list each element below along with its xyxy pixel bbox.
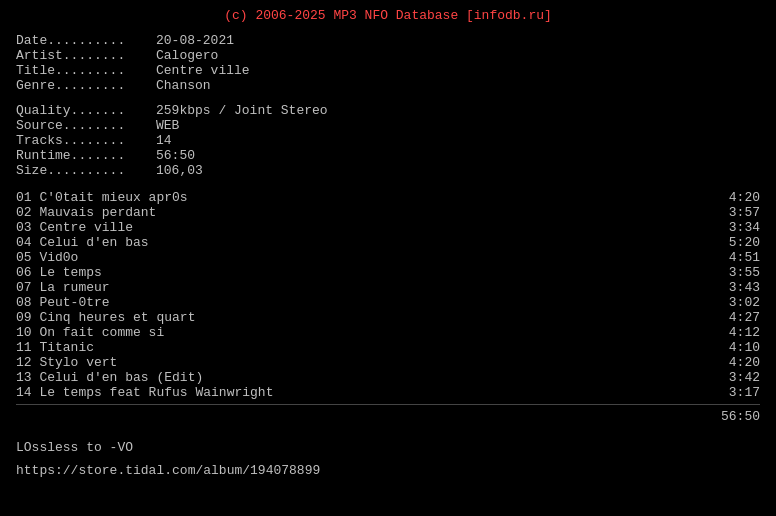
track-duration: 3:55 xyxy=(729,265,760,280)
table-row: 14 Le temps feat Rufus Wainwright3:17 xyxy=(16,385,760,400)
track-title: 12 Stylo vert xyxy=(16,355,117,370)
table-row: 08 Peut-0tre3:02 xyxy=(16,295,760,310)
meta-value: Calogero xyxy=(156,48,218,63)
track-title: 11 Titanic xyxy=(16,340,94,355)
track-title: 07 La rumeur xyxy=(16,280,110,295)
meta-value: Centre ville xyxy=(156,63,250,78)
track-title: 06 Le temps xyxy=(16,265,102,280)
track-title: 13 Celui d'en bas (Edit) xyxy=(16,370,203,385)
meta-value: 20-08-2021 xyxy=(156,33,234,48)
table-row: 10 On fait comme si4:12 xyxy=(16,325,760,340)
track-title: 05 Vid0o xyxy=(16,250,78,265)
track-duration: 4:20 xyxy=(729,190,760,205)
table-row: 06 Le temps3:55 xyxy=(16,265,760,280)
track-title: 08 Peut-0tre xyxy=(16,295,110,310)
track-title: 14 Le temps feat Rufus Wainwright xyxy=(16,385,273,400)
meta-key: Date.......... xyxy=(16,33,156,48)
table-row: 01 C'0tait mieux apr0s4:20 xyxy=(16,190,760,205)
meta-row: Tracks........14 xyxy=(16,133,760,148)
track-duration: 3:43 xyxy=(729,280,760,295)
meta-value: 14 xyxy=(156,133,172,148)
meta-section: Date..........20-08-2021Artist........Ca… xyxy=(16,33,760,178)
table-row: 03 Centre ville3:34 xyxy=(16,220,760,235)
track-duration: 3:34 xyxy=(729,220,760,235)
meta-key: Genre......... xyxy=(16,78,156,93)
track-duration: 3:17 xyxy=(729,385,760,400)
track-duration: 4:12 xyxy=(729,325,760,340)
table-row: 12 Stylo vert4:20 xyxy=(16,355,760,370)
lossless-note: LOssless to -VO xyxy=(16,440,760,455)
total-row: 56:50 xyxy=(16,404,760,424)
table-row: 09 Cinq heures et quart4:27 xyxy=(16,310,760,325)
track-title: 10 On fait comme si xyxy=(16,325,164,340)
table-row: 05 Vid0o4:51 xyxy=(16,250,760,265)
meta-row: Artist........Calogero xyxy=(16,48,760,63)
meta-value: 106,03 xyxy=(156,163,203,178)
table-row: 13 Celui d'en bas (Edit)3:42 xyxy=(16,370,760,385)
meta-row: Source........WEB xyxy=(16,118,760,133)
track-duration: 4:20 xyxy=(729,355,760,370)
table-row: 02 Mauvais perdant3:57 xyxy=(16,205,760,220)
meta-key: Source........ xyxy=(16,118,156,133)
track-title: 09 Cinq heures et quart xyxy=(16,310,195,325)
meta-row: Quality.......259kbps / Joint Stereo xyxy=(16,103,760,118)
meta-value: 259kbps / Joint Stereo xyxy=(156,103,328,118)
meta-row: Date..........20-08-2021 xyxy=(16,33,760,48)
meta-value: 56:50 xyxy=(156,148,195,163)
meta-key: Runtime....... xyxy=(16,148,156,163)
meta-row: Genre.........Chanson xyxy=(16,78,760,93)
track-title: 02 Mauvais perdant xyxy=(16,205,156,220)
track-title: 03 Centre ville xyxy=(16,220,133,235)
meta-value: WEB xyxy=(156,118,179,133)
meta-key: Quality....... xyxy=(16,103,156,118)
total-duration: 56:50 xyxy=(721,409,760,424)
meta-row: Runtime.......56:50 xyxy=(16,148,760,163)
header-line: (c) 2006-2025 MP3 NFO Database [infodb.r… xyxy=(16,8,760,23)
meta-key: Artist........ xyxy=(16,48,156,63)
track-duration: 3:42 xyxy=(729,370,760,385)
meta-key: Size.......... xyxy=(16,163,156,178)
meta-value: Chanson xyxy=(156,78,211,93)
table-row: 11 Titanic4:10 xyxy=(16,340,760,355)
track-duration: 3:57 xyxy=(729,205,760,220)
track-title: 04 Celui d'en bas xyxy=(16,235,149,250)
meta-row: Title.........Centre ville xyxy=(16,63,760,78)
notes-section: LOssless to -VO https://store.tidal.com/… xyxy=(16,440,760,478)
track-duration: 4:51 xyxy=(729,250,760,265)
track-duration: 5:20 xyxy=(729,235,760,250)
track-duration: 4:27 xyxy=(729,310,760,325)
meta-key: Tracks........ xyxy=(16,133,156,148)
track-duration: 4:10 xyxy=(729,340,760,355)
url-line[interactable]: https://store.tidal.com/album/194078899 xyxy=(16,463,760,478)
track-duration: 3:02 xyxy=(729,295,760,310)
track-title: 01 C'0tait mieux apr0s xyxy=(16,190,188,205)
meta-key: Title......... xyxy=(16,63,156,78)
tracklist-section: 01 C'0tait mieux apr0s4:2002 Mauvais per… xyxy=(16,190,760,400)
table-row: 07 La rumeur3:43 xyxy=(16,280,760,295)
table-row: 04 Celui d'en bas5:20 xyxy=(16,235,760,250)
meta-row: Size..........106,03 xyxy=(16,163,760,178)
